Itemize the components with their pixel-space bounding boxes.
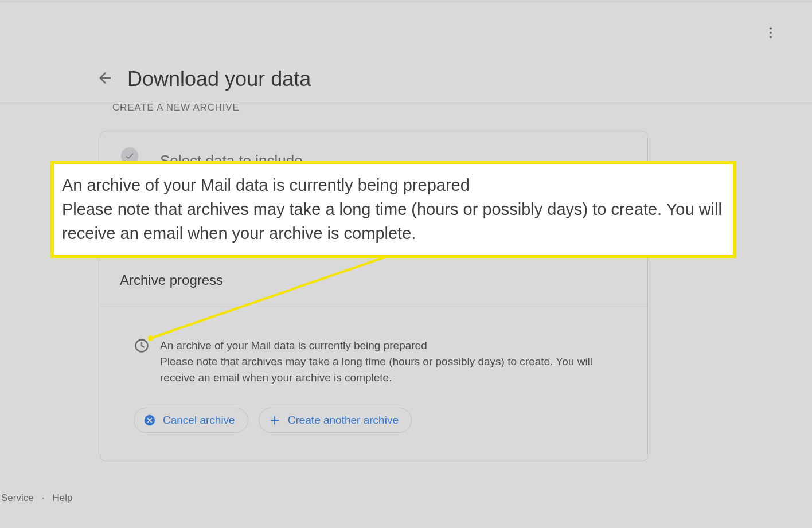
callout-line2: Please note that archives may take a lon… bbox=[62, 197, 725, 245]
create-another-archive-button[interactable]: Create another archive bbox=[259, 408, 412, 433]
clock-icon bbox=[134, 338, 150, 356]
callout-line1: An archive of your Mail data is currentl… bbox=[62, 173, 725, 197]
section-label: CREATE A NEW ARCHIVE bbox=[112, 102, 240, 114]
progress-line2: Please note that archives may take a lon… bbox=[160, 354, 619, 386]
archive-progress-title: Archive progress bbox=[120, 272, 223, 288]
page-header: Download your data bbox=[0, 3, 812, 103]
footer-help-link[interactable]: Help bbox=[52, 492, 72, 504]
footer: Service · Help bbox=[1, 492, 72, 504]
archive-progress-message: An archive of your Mail data is currentl… bbox=[134, 338, 619, 386]
archive-progress-body: An archive of your Mail data is currentl… bbox=[100, 303, 647, 456]
svg-point-0 bbox=[770, 27, 772, 29]
progress-line1: An archive of your Mail data is currentl… bbox=[160, 338, 619, 354]
create-another-archive-label: Create another archive bbox=[288, 414, 399, 427]
back-arrow-icon[interactable] bbox=[96, 69, 114, 89]
annotation-callout: An archive of your Mail data is currentl… bbox=[50, 161, 736, 258]
svg-point-1 bbox=[770, 32, 772, 34]
more-options-button[interactable] bbox=[762, 24, 780, 42]
plus-icon bbox=[268, 414, 281, 427]
header-title-row: Download your data bbox=[96, 67, 311, 91]
cancel-archive-button[interactable]: Cancel archive bbox=[134, 408, 248, 433]
page-root: Download your data CREATE A NEW ARCHIVE … bbox=[0, 0, 812, 528]
buttons-row: Cancel archive Create another archive bbox=[134, 408, 619, 433]
cancel-archive-label: Cancel archive bbox=[163, 414, 235, 427]
archive-progress-text: An archive of your Mail data is currentl… bbox=[160, 338, 619, 386]
archive-progress-header: Archive progress bbox=[100, 251, 647, 303]
svg-point-2 bbox=[770, 36, 772, 38]
page-title: Download your data bbox=[127, 67, 311, 91]
footer-separator: · bbox=[42, 492, 45, 504]
footer-service-link[interactable]: Service bbox=[1, 492, 34, 504]
cancel-icon bbox=[143, 414, 156, 427]
